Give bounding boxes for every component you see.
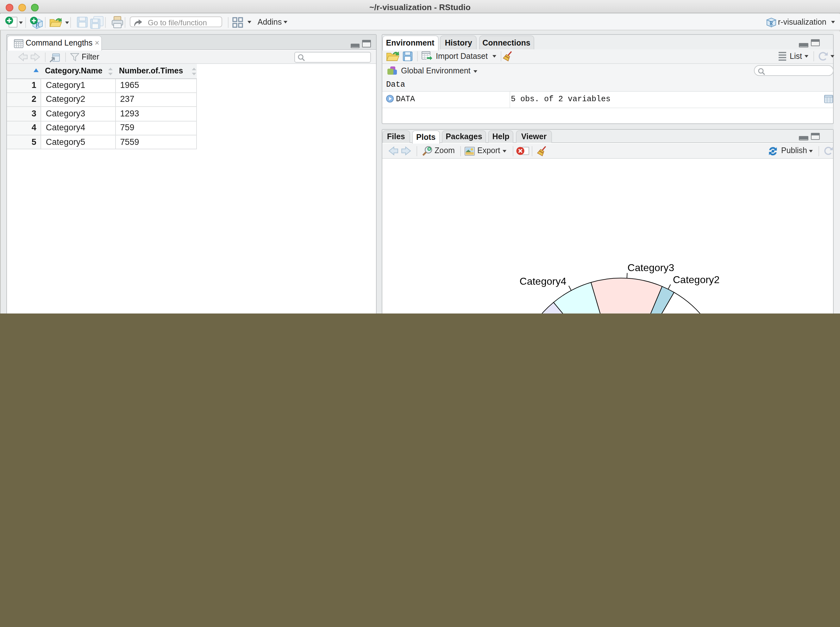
- svg-text:Category2: Category2: [673, 274, 719, 285]
- svg-text:Category4: Category4: [519, 275, 566, 287]
- svg-text:Category3: Category3: [627, 262, 674, 273]
- svg-text:R: R: [769, 20, 773, 26]
